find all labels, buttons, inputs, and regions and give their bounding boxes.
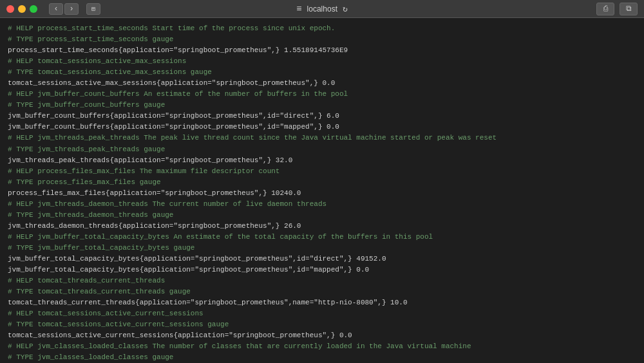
- content-line: jvm_buffer_total_capacity_bytes{applicat…: [8, 265, 636, 275]
- content-line: # TYPE jvm_buffer_total_capacity_bytes g…: [8, 243, 636, 254]
- back-button[interactable]: ‹: [49, 3, 63, 15]
- share-icon: ⎙: [603, 5, 608, 14]
- content-line: # TYPE tomcat_sessions_active_max_sessio…: [8, 67, 636, 78]
- forward-button[interactable]: ›: [64, 3, 79, 15]
- new-window-button[interactable]: ⧉: [620, 3, 638, 15]
- content-line: # TYPE tomcat_sessions_active_current_se…: [8, 319, 636, 330]
- content-line: process_start_time_seconds{application="…: [8, 45, 636, 56]
- title-bar: ‹ › ⊞ ≡ localhost ↻ ⎙ ⧉: [0, 0, 644, 18]
- content-line: # HELP process_files_max_files The maxim…: [8, 166, 636, 177]
- content-line: # HELP tomcat_sessions_active_current_se…: [8, 308, 636, 319]
- content-line: # TYPE jvm_threads_daemon_threads gauge: [8, 210, 636, 221]
- content-line: jvm_buffer_count_buffers{application="sp…: [8, 122, 636, 133]
- content-line: # TYPE jvm_threads_peak_threads gauge: [8, 144, 636, 155]
- content-line: # HELP jvm_classes_loaded_classes The nu…: [8, 341, 636, 352]
- tab-overview-button[interactable]: ⊞: [86, 3, 100, 15]
- close-button[interactable]: [6, 5, 14, 13]
- content-line: # HELP process_start_time_seconds Start …: [8, 23, 636, 34]
- content-line: tomcat_sessions_active_max_sessions{appl…: [8, 78, 636, 89]
- content-line: # TYPE process_start_time_seconds gauge: [8, 34, 636, 45]
- content-line: jvm_threads_peak_threads{application="sp…: [8, 155, 636, 166]
- new-window-icon: ⧉: [626, 5, 632, 14]
- content-line: # HELP tomcat_threads_current_threads: [8, 275, 636, 286]
- content-line: jvm_buffer_total_capacity_bytes{applicat…: [8, 254, 636, 265]
- content-line: process_files_max_files{application="spr…: [8, 188, 636, 199]
- url-display: localhost: [307, 5, 337, 14]
- content-line: # HELP jvm_buffer_total_capacity_bytes A…: [8, 232, 636, 243]
- content-line: # HELP jvm_buffer_count_buffers An estim…: [8, 89, 636, 100]
- content-line: # HELP tomcat_sessions_active_max_sessio…: [8, 56, 636, 67]
- share-button[interactable]: ⎙: [596, 3, 614, 15]
- tab-grid-icon: ⊞: [91, 5, 95, 13]
- content-line: # HELP jvm_threads_peak_threads The peak…: [8, 133, 636, 144]
- reload-icon[interactable]: ↻: [343, 4, 348, 14]
- back-icon: ‹: [53, 5, 58, 14]
- forward-icon: ›: [69, 5, 73, 14]
- minimize-button[interactable]: [18, 5, 26, 13]
- content-line: tomcat_threads_current_threads{applicati…: [8, 297, 636, 308]
- menu-icon[interactable]: ≡: [296, 4, 301, 14]
- content-line: tomcat_sessions_active_current_sessions{…: [8, 330, 636, 341]
- content-line: # TYPE process_files_max_files gauge: [8, 177, 636, 188]
- content-line: # TYPE jvm_buffer_count_buffers gauge: [8, 100, 636, 111]
- content-line: jvm_threads_daemon_threads{application="…: [8, 221, 636, 232]
- content-line: # TYPE tomcat_threads_current_threads ga…: [8, 286, 636, 297]
- content-line: jvm_buffer_count_buffers{application="sp…: [8, 111, 636, 122]
- content-area[interactable]: # HELP process_start_time_seconds Start …: [0, 18, 644, 363]
- content-line: # HELP jvm_threads_daemon_threads The cu…: [8, 199, 636, 210]
- content-line: # TYPE jvm_classes_loaded_classes gauge: [8, 352, 636, 363]
- maximize-button[interactable]: [30, 5, 37, 13]
